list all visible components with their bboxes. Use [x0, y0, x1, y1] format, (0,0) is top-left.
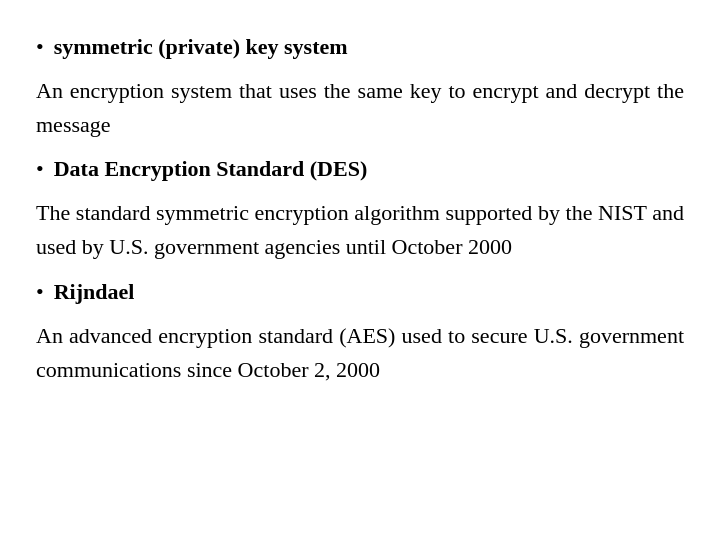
bullet-label-des: Data Encryption Standard (DES) [54, 152, 368, 186]
bullet-rijndael: • Rijndael [36, 275, 684, 309]
bullet-des: • Data Encryption Standard (DES) [36, 152, 684, 186]
description-symmetric: An encryption system that uses the same … [36, 74, 684, 142]
section-des: • Data Encryption Standard (DES) The sta… [36, 152, 684, 264]
bullet-dot-3: • [36, 275, 44, 309]
bullet-symmetric: • symmetric (private) key system [36, 30, 684, 64]
main-content: • symmetric (private) key system An encr… [0, 0, 720, 427]
bullet-dot-1: • [36, 30, 44, 64]
description-rijndael: An advanced encryption standard (AES) us… [36, 319, 684, 387]
description-des: The standard symmetric encryption algori… [36, 196, 684, 264]
bullet-label-rijndael: Rijndael [54, 275, 135, 309]
section-rijndael: • Rijndael An advanced encryption standa… [36, 275, 684, 387]
bullet-label-symmetric: symmetric (private) key system [54, 30, 348, 64]
bullet-dot-2: • [36, 152, 44, 186]
section-symmetric: • symmetric (private) key system An encr… [36, 30, 684, 142]
